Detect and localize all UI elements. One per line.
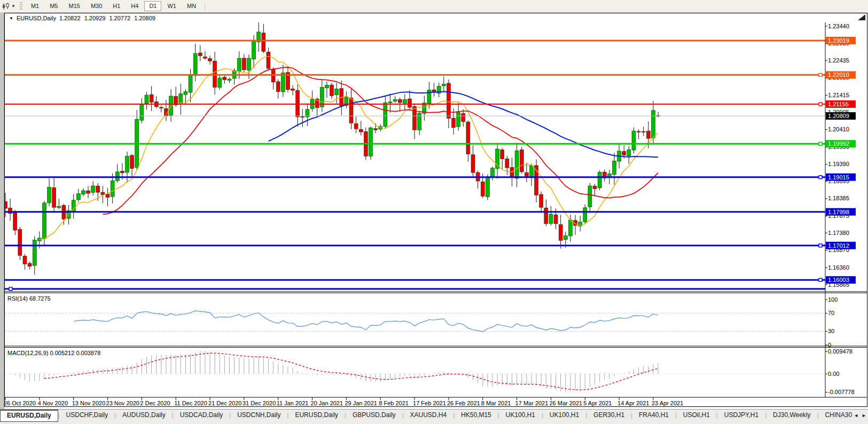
current-price-box-label: 1.20809 — [828, 113, 849, 119]
quote-high: 1.20929 — [84, 15, 106, 21]
date-tick-label: 26 Oct 2020 — [4, 400, 36, 406]
level-price-box-label: 1.16003 — [828, 277, 849, 283]
level-price-box-label: 1.21155 — [828, 101, 849, 107]
level-handle[interactable] — [819, 244, 822, 247]
level-price-box-label: 1.19992 — [828, 140, 849, 147]
date-tick-label: 26 Feb 2021 — [447, 400, 480, 406]
price-tick-label: 1.16360 — [828, 264, 849, 271]
level-handle[interactable] — [819, 142, 822, 145]
level-price-box-label: 1.23019 — [828, 37, 849, 44]
quote-low: 1.20772 — [109, 15, 130, 21]
date-tick-label: 11 Jan 2021 — [277, 400, 309, 406]
triangle-down-icon[interactable]: ▼ — [9, 16, 13, 21]
date-tick-label: 2 Dec 2020 — [140, 400, 170, 406]
quote-open: 1.20822 — [59, 15, 81, 21]
chart-tab-usdcnh-daily-4[interactable]: USDCNH,Daily — [231, 410, 287, 422]
date-tick-label: 21 Dec 2020 — [208, 400, 241, 406]
chart-canvas[interactable]: 1.234401.229301.224351.219251.214151.209… — [0, 0, 868, 424]
price-tick-label: 1.18385 — [828, 195, 849, 201]
chart-tab-china300-h1-16[interactable]: CHINA300,H1 — [818, 410, 852, 422]
level-handle[interactable] — [819, 278, 822, 281]
macd-axis-label: -0.007778 — [828, 389, 855, 395]
price-tick-label: 1.19390 — [828, 161, 849, 167]
rsi-axis-label: 100 — [828, 296, 838, 303]
macd-indicator-label: MACD(12,26,9) 0.005212 0.003878 — [7, 350, 100, 356]
macd-axis-label: 0.009478 — [828, 348, 853, 355]
date-tick-label: 17 Mar 2021 — [515, 400, 549, 406]
level-price-box-label: 1.22010 — [828, 72, 849, 78]
date-tick-label: 31 Dec 2020 — [243, 400, 276, 406]
level-price-box-label: 1.19015 — [828, 174, 849, 180]
chart-tab-audusd-daily-2[interactable]: AUDUSD,Daily — [116, 410, 172, 422]
level-handle[interactable] — [9, 287, 12, 290]
chart-tab-gbpusd-daily-6[interactable]: GBPUSD,Daily — [346, 410, 402, 422]
price-tick-label: 1.20410 — [828, 126, 849, 132]
chart-tab-dj30-weekly-15[interactable]: DJ30,Weekly — [767, 410, 817, 422]
price-tick-label: 1.22435 — [828, 57, 849, 64]
price-tick-label: 1.23440 — [828, 23, 849, 29]
rsi-axis-label: 30 — [828, 328, 834, 334]
date-tick-label: 26 Mar 2021 — [549, 400, 582, 406]
level-handle[interactable] — [819, 176, 822, 179]
chart-tab-usoil-h1-13[interactable]: USOil,H1 — [677, 410, 716, 422]
date-tick-label: 4 Nov 2020 — [38, 400, 68, 406]
chart-tab-ger30-h1-11[interactable]: GER30,H1 — [587, 410, 631, 422]
level-handle[interactable] — [819, 103, 822, 106]
arrow-left-icon[interactable]: ◄ — [852, 410, 860, 418]
date-tick-label: 23 Apr 2021 — [652, 400, 683, 406]
quote-close: 1.20809 — [134, 15, 155, 21]
chart-tab-eurusd-daily-0[interactable]: EURUSD,Daily — [0, 410, 58, 422]
rsi-axis-label: 70 — [828, 310, 834, 316]
rsi-axis-label: 0 — [828, 342, 831, 348]
chart-tab-usdcad-daily-3[interactable]: USDCAD,Daily — [174, 410, 230, 422]
level-price-box-label: 1.17998 — [828, 209, 849, 215]
level-handle[interactable] — [819, 73, 822, 76]
level-price-box-label: 1.17012 — [828, 242, 849, 249]
chart-tab-uk100-h1-10[interactable]: UK100,H1 — [543, 410, 585, 422]
chart-tab-usdjpy-h1-14[interactable]: USDJPY,H1 — [718, 410, 765, 422]
price-tick-label: 1.17380 — [828, 230, 849, 236]
date-tick-label: 29 Jan 2021 — [345, 400, 377, 406]
chart-header: ▼ EURUSD,Daily 1.20822 1.20929 1.20772 1… — [7, 14, 158, 22]
chart-tab-hk50-m15-8[interactable]: HK50,M15 — [455, 410, 498, 422]
arrow-right-icon[interactable]: ► — [860, 410, 868, 418]
date-tick-label: 14 Apr 2021 — [617, 400, 649, 406]
date-tick-label: 5 Apr 2021 — [583, 400, 612, 406]
date-tick-label: 11 Dec 2020 — [174, 400, 207, 406]
chart-tab-uk100-h1-9[interactable]: UK100,H1 — [499, 410, 542, 422]
macd-axis-label: 0.00 — [828, 371, 839, 377]
mt4-terminal: ▼ M1M5M15M30H1H4D1W1MN ▼ EURUSD,Daily 1.… — [0, 0, 868, 424]
chart-tab-xauusd-h4-7[interactable]: XAUUSD,H4 — [403, 410, 453, 422]
date-tick-label: 23 Nov 2020 — [106, 400, 139, 406]
chart-tab-bar: EURUSD,Daily|USDCHF,Daily|AUDUSD,Daily|U… — [0, 409, 868, 424]
date-tick-label: 8 Feb 2021 — [379, 400, 409, 406]
chart-tab-eurusd-daily-5[interactable]: EURUSD,Daily — [288, 410, 345, 422]
price-tick-label: 1.21415 — [828, 92, 849, 98]
date-tick-label: 8 Mar 2021 — [481, 400, 511, 406]
date-tick-label: 13 Nov 2020 — [72, 400, 105, 406]
rsi-indicator-label: RSI(14) 68.7275 — [7, 295, 51, 302]
date-tick-label: 17 Feb 2021 — [413, 400, 446, 406]
chart-symbol-label: EURUSD,Daily — [17, 15, 56, 21]
chart-tab-usdchf-daily-1[interactable]: USDCHF,Daily — [60, 410, 115, 422]
chart-tab-fra40-h1-12[interactable]: FRA40,H1 — [632, 410, 675, 422]
date-tick-label: 20 Jan 2021 — [311, 400, 343, 406]
